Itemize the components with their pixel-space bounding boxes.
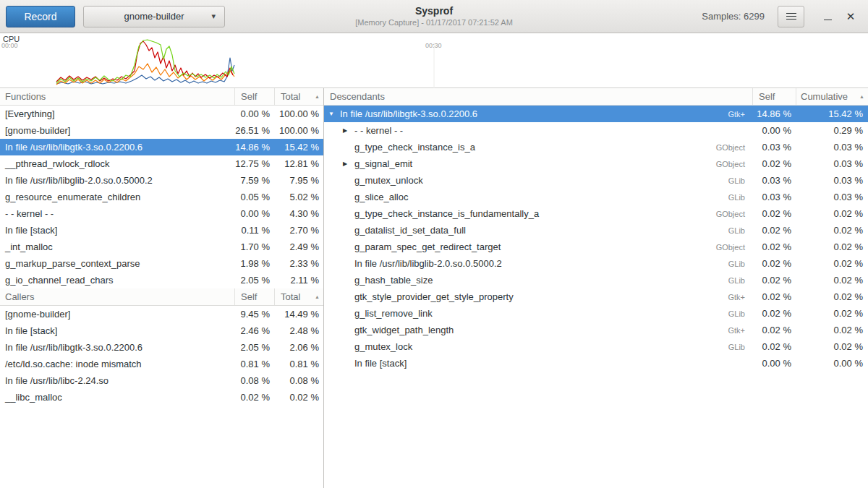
table-row[interactable]: In file [stack]2.46 %2.48 %	[0, 322, 323, 339]
table-row[interactable]: In file /usr/lib/libgtk-3.so.0.2200.614.…	[0, 139, 323, 155]
descendants-column-header[interactable]: Descendants	[324, 88, 752, 105]
function-name-cell: g_list_remove_link	[324, 308, 702, 319]
process-selector-dropdown[interactable]: gnome-builder ▾	[83, 6, 225, 27]
table-row[interactable]: g_param_spec_get_redirect_targetGObject0…	[324, 239, 868, 255]
cumulative-value: 0.29 %	[796, 125, 868, 136]
function-name: g_mutex_lock	[354, 341, 412, 352]
total-column-header[interactable]: Total ▲	[274, 88, 323, 105]
total-value: 2.11 %	[274, 275, 323, 286]
self-value: 14.86 %	[234, 142, 274, 153]
table-row[interactable]: - - kernel - -0.00 %4.30 %	[0, 205, 323, 222]
callers-column-header[interactable]: Callers	[0, 288, 234, 305]
cumulative-value: 0.02 %	[796, 341, 868, 352]
total-column-header[interactable]: Total ▲	[274, 288, 323, 305]
cumulative-value: 0.02 %	[796, 241, 868, 252]
functions-column-header[interactable]: Functions	[0, 88, 234, 105]
menu-button[interactable]	[778, 6, 804, 27]
headerbar-right-group: Samples: 6299 ✕	[702, 6, 868, 27]
table-row[interactable]: _int_malloc1.70 %2.49 %	[0, 239, 323, 255]
table-row[interactable]: In file /usr/lib/libglib-2.0.so.0.5000.2…	[0, 172, 323, 189]
table-row[interactable]: ▶- - kernel - -0.00 %0.29 %	[324, 122, 868, 139]
self-value: 26.51 %	[234, 125, 274, 136]
total-value: 0.08 %	[274, 375, 323, 386]
table-row[interactable]: [gnome-builder]26.51 %100.00 %	[0, 122, 323, 139]
category-label: GLib	[702, 309, 752, 318]
cumulative-column-header[interactable]: Cumulative ▲	[796, 88, 868, 105]
table-row[interactable]: g_io_channel_read_chars2.05 %2.11 %	[0, 272, 323, 288]
table-row[interactable]: __libc_malloc0.02 %0.02 %	[0, 389, 323, 406]
total-value: 2.33 %	[274, 258, 323, 269]
cumulative-value: 0.02 %	[796, 325, 868, 335]
table-row[interactable]: g_resource_enumerate_children0.05 %5.02 …	[0, 189, 323, 205]
self-value: 0.02 %	[752, 208, 796, 219]
window-title-group: Sysprof [Memory Capture] - 01/17/2017 07…	[355, 5, 513, 27]
table-row[interactable]: g_type_check_instance_is_fundamentally_a…	[324, 205, 868, 222]
category-label: GLib	[702, 343, 752, 351]
function-name: - - kernel - -	[0, 208, 234, 219]
self-column-header[interactable]: Self	[234, 88, 274, 105]
close-button[interactable]: ✕	[839, 6, 862, 27]
main-content: Functions Self Total ▲ [Everything]0.00 …	[0, 88, 868, 488]
cumulative-value: 0.02 %	[796, 275, 868, 286]
table-row[interactable]: /etc/ld.so.cache: inode mismatch0.81 %0.…	[0, 356, 323, 372]
table-row[interactable]: g_slice_allocGLib0.03 %0.03 %	[324, 189, 868, 205]
functions-table-body: [Everything]0.00 %100.00 %[gnome-builder…	[0, 106, 323, 288]
table-row[interactable]: In file [stack]0.11 %2.70 %	[0, 222, 323, 239]
table-row[interactable]: In file [stack]0.00 %0.00 %	[324, 355, 868, 372]
total-value: 100.00 %	[274, 108, 323, 119]
expander-icon[interactable]: ▶	[343, 127, 354, 134]
cumulative-column-label: Cumulative	[801, 91, 848, 102]
total-value: 14.49 %	[274, 309, 323, 320]
cumulative-value: 15.42 %	[796, 108, 868, 119]
table-row[interactable]: [Everything]0.00 %100.00 %	[0, 106, 323, 122]
cpu-graph[interactable]: CPU 00:00 00:30	[0, 33, 868, 88]
table-row[interactable]: g_list_remove_linkGLib0.02 %0.02 %	[324, 305, 868, 322]
self-column-header[interactable]: Self	[234, 288, 274, 305]
table-row[interactable]: ▶g_signal_emitGObject0.02 %0.03 %	[324, 155, 868, 172]
table-row[interactable]: g_mutex_unlockGLib0.03 %0.03 %	[324, 172, 868, 189]
table-row[interactable]: g_datalist_id_set_data_fullGLib0.02 %0.0…	[324, 222, 868, 239]
table-row[interactable]: ▼In file /usr/lib/libgtk-3.so.0.2200.6Gt…	[324, 106, 868, 122]
expander-icon[interactable]: ▶	[343, 160, 354, 167]
function-name: g_io_channel_read_chars	[0, 275, 234, 286]
function-name: gtk_style_provider_get_style_property	[354, 291, 514, 302]
self-value: 2.05 %	[234, 342, 274, 353]
total-value: 100.00 %	[274, 125, 323, 136]
total-value: 0.02 %	[274, 392, 323, 403]
table-row[interactable]: In file /usr/lib/libglib-2.0.so.0.5000.2…	[324, 255, 868, 272]
table-row[interactable]: In file /usr/lib/libgtk-3.so.0.2200.62.0…	[0, 339, 323, 356]
total-column-label: Total	[281, 291, 300, 302]
table-row[interactable]: __pthread_rwlock_rdlock12.75 %12.81 %	[0, 155, 323, 172]
table-row[interactable]: [gnome-builder]9.45 %14.49 %	[0, 306, 323, 322]
function-name: _int_malloc	[0, 241, 234, 252]
table-row[interactable]: g_mutex_lockGLib0.02 %0.02 %	[324, 338, 868, 355]
function-name: g_mutex_unlock	[354, 175, 423, 186]
function-name: In file /usr/lib/libglib-2.0.so.0.5000.2	[0, 175, 234, 186]
record-button[interactable]: Record	[6, 6, 75, 27]
descendants-table-body: ▼In file /usr/lib/libgtk-3.so.0.2200.6Gt…	[324, 106, 868, 372]
table-row[interactable]: g_type_check_instance_is_aGObject0.03 %0…	[324, 139, 868, 155]
self-column-header[interactable]: Self	[752, 88, 796, 105]
table-row[interactable]: gtk_style_provider_get_style_propertyGtk…	[324, 288, 868, 305]
total-value: 4.30 %	[274, 208, 323, 219]
table-row[interactable]: g_hash_table_sizeGLib0.02 %0.02 %	[324, 272, 868, 288]
function-name: In file /usr/lib/libgtk-3.so.0.2200.6	[340, 108, 477, 119]
minimize-button[interactable]	[816, 6, 839, 27]
table-row[interactable]: In file /usr/lib/libc-2.24.so0.08 %0.08 …	[0, 372, 323, 389]
self-value: 0.02 %	[752, 158, 796, 169]
function-name: [gnome-builder]	[0, 125, 234, 136]
table-row[interactable]: g_markup_parse_context_parse1.98 %2.33 %	[0, 255, 323, 272]
sort-arrow-icon: ▲	[859, 94, 864, 99]
cumulative-value: 0.02 %	[796, 208, 868, 219]
self-value: 0.02 %	[752, 275, 796, 286]
category-label: GLib	[702, 176, 752, 185]
table-row[interactable]: gtk_widget_path_lengthGtk+0.02 %0.02 %	[324, 322, 868, 338]
self-value: 9.45 %	[234, 309, 274, 320]
expander-icon[interactable]: ▼	[328, 111, 340, 117]
function-name: g_list_remove_link	[354, 308, 433, 319]
hamburger-icon	[786, 11, 796, 22]
function-name-cell: In file [stack]	[324, 358, 702, 369]
chevron-down-icon: ▾	[211, 12, 216, 21]
total-value: 2.49 %	[274, 241, 323, 252]
self-value: 1.70 %	[234, 241, 274, 252]
